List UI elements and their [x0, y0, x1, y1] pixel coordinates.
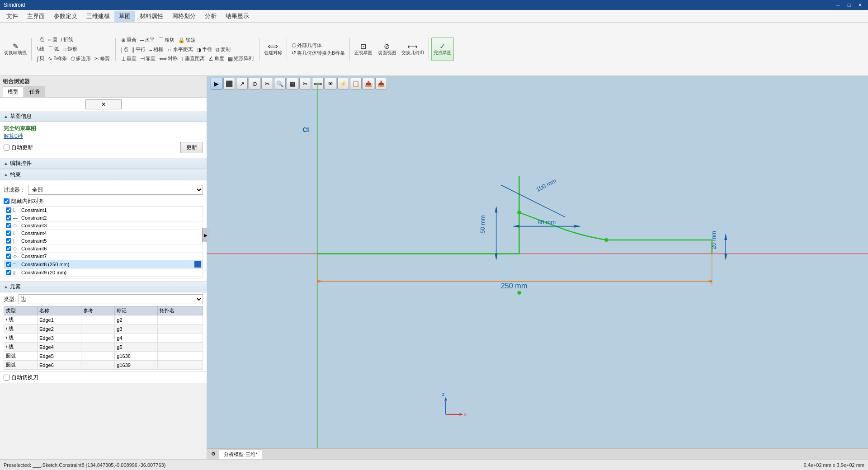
- menu-mesh[interactable]: 网格划分: [168, 11, 200, 22]
- menu-home[interactable]: 主界面: [23, 11, 49, 22]
- type-select[interactable]: 边: [19, 294, 203, 304]
- menu-file[interactable]: 文件: [2, 11, 23, 22]
- tool-circle[interactable]: ○ 圆: [47, 36, 58, 43]
- auto-update-label[interactable]: 自动更新: [4, 144, 33, 151]
- cell-mark: g2: [115, 315, 157, 324]
- tool-polygon[interactable]: ⬡ 多边形: [69, 55, 92, 62]
- create-symmetry-button[interactable]: ⟺ 创建对称: [262, 42, 284, 56]
- tool-copy[interactable]: ⧉ 复制: [214, 46, 232, 53]
- tool-lock[interactable]: 🔒 锁定: [177, 36, 197, 44]
- menu-params[interactable]: 参数定义: [49, 11, 82, 22]
- cell-name: Edge4: [37, 343, 81, 352]
- hide-internal-checkbox[interactable]: [4, 198, 9, 204]
- table-row[interactable]: / 线 Edge3 g4: [4, 334, 203, 343]
- tool-perpend[interactable]: ⊥ 垂直: [120, 55, 138, 62]
- menu-material[interactable]: 材料属性: [135, 11, 168, 22]
- tool-polyline[interactable]: / 折线: [60, 36, 75, 43]
- constraint-item-7[interactable]: ⊙ Constraint7: [4, 253, 203, 260]
- menu-3d[interactable]: 三维建模: [82, 11, 114, 22]
- tool-parallel[interactable]: ∥ 平行: [131, 46, 147, 53]
- constraint-item-4[interactable]: L Constraint4: [4, 230, 203, 237]
- tool-along[interactable]: ⊣ 靠直: [139, 55, 157, 62]
- table-row[interactable]: / 线 Edge1 g2: [4, 315, 203, 324]
- c3-check[interactable]: [6, 223, 11, 228]
- tool-coincident[interactable]: ⊕ 重合: [120, 36, 138, 44]
- expand-panel-button[interactable]: ▶: [202, 228, 209, 242]
- table-row[interactable]: 圆弧 Edge6 g1639: [4, 361, 203, 370]
- constraint-item-1[interactable]: L Constraint1: [4, 207, 203, 214]
- tool-rect-array[interactable]: ▦ 矩形阵列: [226, 55, 255, 62]
- tool-equal[interactable]: = 相框: [148, 46, 165, 53]
- tool-halfsemi[interactable]: ◑ 半径: [195, 46, 213, 53]
- menu-analysis[interactable]: 分析: [200, 11, 221, 22]
- tool-sym[interactable]: ⟺ 对称: [158, 55, 179, 62]
- exchange-geom-id-button[interactable]: ⟷ 交换几何ID: [399, 38, 426, 61]
- constraint-item-5[interactable]: | Constraint5: [4, 237, 203, 245]
- c2-check[interactable]: [6, 215, 11, 221]
- constraint-item-2[interactable]: — Constraint2: [4, 214, 203, 222]
- table-row[interactable]: 圆弧 Edge5 g1638: [4, 352, 203, 361]
- svg-marker-4: [444, 397, 447, 400]
- c8-check[interactable]: [6, 262, 11, 267]
- analysis-icon[interactable]: ⚙: [209, 450, 218, 458]
- update-button[interactable]: 更新: [180, 142, 203, 153]
- type-label: 类型:: [4, 296, 16, 303]
- solve-time[interactable]: 解算0秒: [4, 132, 203, 140]
- c6-check[interactable]: [6, 246, 11, 251]
- tool-rect[interactable]: □ 矩形: [61, 45, 78, 53]
- c5-check[interactable]: [6, 238, 11, 244]
- tool-bezier[interactable]: ∫ 贝: [36, 55, 46, 62]
- tool-vert-dist[interactable]: ↕ 垂直距离: [180, 55, 206, 62]
- constraint-item-9[interactable]: || Constraint9 (20 mm): [4, 269, 203, 277]
- tool-bspline[interactable]: ∿ B样条: [47, 55, 68, 62]
- tool-tangent[interactable]: ⌒ 相切: [157, 36, 176, 44]
- c7-check[interactable]: [6, 254, 11, 259]
- elements-header[interactable]: ▲ 元素: [0, 282, 207, 292]
- filter-select[interactable]: 全部: [28, 185, 203, 195]
- table-row[interactable]: / 线 Edge4 g5: [4, 343, 203, 352]
- menu-sketch[interactable]: 草图: [114, 11, 135, 22]
- tool-horizontal[interactable]: ─ 水平: [139, 36, 156, 44]
- maximize-button[interactable]: □: [844, 2, 854, 8]
- auto-update-checkbox[interactable]: [4, 145, 9, 150]
- filter-row: 过滤器： 全部: [4, 183, 203, 197]
- c1-check[interactable]: [6, 207, 11, 213]
- svg-marker-1: [459, 413, 463, 416]
- sketch-info-header[interactable]: ▲ 草图信息: [0, 111, 207, 122]
- minimize-button[interactable]: ─: [834, 2, 843, 8]
- constraint-item-6[interactable]: ⊙ Constraint6: [4, 245, 203, 253]
- tool-horiz-dist[interactable]: ↔ 水平距离: [165, 46, 194, 53]
- complete-sketch-button[interactable]: ✓ 完成草图: [431, 38, 454, 61]
- tab-model[interactable]: 模型: [3, 86, 24, 97]
- c4-check[interactable]: [6, 230, 11, 236]
- tool-arc[interactable]: ⌒ 弧: [47, 45, 61, 53]
- panel-scroll: ✕ ▲ 草图信息 完全约束草图 解算0秒 自动更新: [0, 98, 207, 459]
- menu-results[interactable]: 结果显示: [221, 11, 254, 22]
- switch-aux-label: 切换辅助线: [4, 50, 27, 55]
- tool-line[interactable]: \ 线: [36, 45, 46, 53]
- auto-cut-checkbox[interactable]: [4, 375, 9, 381]
- tab-task[interactable]: 任务: [24, 86, 45, 97]
- canvas-area[interactable]: ▶ ⬛ ↗ ⊙ ✂ 🔍 ▦ ✂ ⟺ 👁 ⚡ 📋 📤 📥: [207, 76, 868, 459]
- tool-angle[interactable]: ∠ 角度: [207, 55, 226, 62]
- arc-icon: ⌒: [48, 45, 53, 53]
- close-panel-button[interactable]: ✕: [85, 99, 122, 109]
- tool-modify[interactable]: ✂ 修剪: [93, 55, 111, 62]
- c8-highlight-btn[interactable]: [194, 261, 201, 268]
- front-view-button[interactable]: ⊡ 正视草图: [352, 38, 375, 61]
- tool-ext-geom[interactable]: ⬡ 外部几何体: [290, 42, 346, 49]
- c9-check[interactable]: [6, 270, 11, 275]
- tool-point[interactable]: · 点: [36, 36, 46, 43]
- tool-convert-geom[interactable]: ↺ 将几何体转换为B样条: [290, 49, 346, 57]
- constraint-item-8[interactable]: = Constraint8 (250 mm): [4, 260, 203, 269]
- canvas-tab-3d[interactable]: 分析模型-三维*: [219, 450, 262, 459]
- table-row[interactable]: / 线 Edge2 g3: [4, 324, 203, 334]
- edit-controls-header[interactable]: ▲ 编辑控件: [0, 158, 207, 169]
- tool-vertical[interactable]: | 点: [120, 46, 130, 53]
- constraints-header[interactable]: ▲ 约束: [0, 169, 207, 180]
- polyline-icon: /: [61, 37, 62, 43]
- constraint-item-3[interactable]: ⊙ Constraint3: [4, 222, 203, 230]
- section-view-button[interactable]: ⊘ 切面视图: [376, 38, 398, 61]
- close-button[interactable]: ✕: [855, 2, 864, 8]
- switch-aux-lines-button[interactable]: ✎ 切换辅助线: [2, 38, 29, 61]
